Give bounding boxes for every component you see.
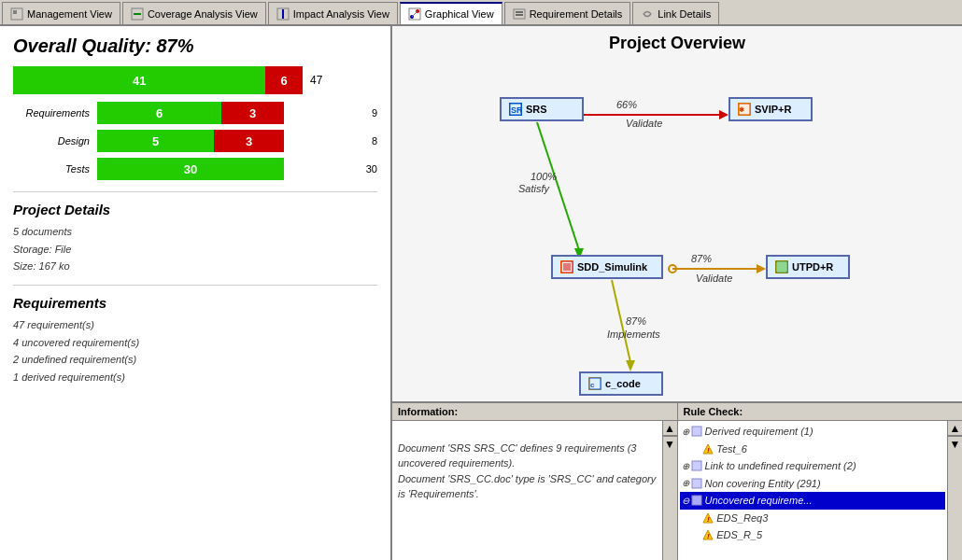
bar-row-tests: Tests 30 30	[13, 158, 377, 180]
node-srs-label: SRS	[526, 104, 547, 115]
bar-req-red: 3	[221, 102, 284, 124]
node-ccode[interactable]: c c_code	[579, 371, 663, 396]
bar-req-total: 9	[372, 107, 377, 119]
test6-label: Test_6	[716, 441, 747, 457]
srs-node-icon: SRS	[509, 103, 522, 116]
svg-rect-41	[692, 427, 701, 436]
svg-text:SRS: SRS	[511, 105, 522, 115]
rule-inner: ⊕ Derived requirement (1) !	[678, 421, 963, 560]
non-cover-icon	[691, 478, 702, 489]
project-details-title: Project Details	[13, 202, 377, 217]
main-bar-row: 41 6 47	[13, 66, 377, 94]
bar-tests-total: 30	[366, 163, 377, 175]
left-panel: Overall Quality: 87% 41 6 47 Requirement…	[0, 26, 392, 560]
svg-text:c: c	[590, 381, 595, 389]
eds-req3-icon: !	[702, 512, 714, 524]
bar-design: 5 3	[97, 130, 364, 152]
node-srs[interactable]: SRS SRS	[500, 97, 584, 121]
svg-text:87%: 87%	[691, 253, 712, 264]
tab-management[interactable]: Management View	[2, 2, 120, 24]
bar-row-requirements: Requirements 6 3 9	[13, 102, 377, 124]
svg-text:66%: 66%	[616, 99, 637, 110]
tab-link[interactable]: Link Details	[632, 2, 719, 24]
bar-label-design: Design	[13, 135, 97, 147]
detail-documents: 5 documents	[13, 223, 377, 241]
derived-icon	[691, 426, 702, 437]
ccode-node-icon: c	[588, 377, 601, 390]
svg-text:87%: 87%	[626, 315, 646, 327]
expand-non-cover[interactable]: ⊕	[682, 476, 689, 490]
graphical-icon	[408, 7, 421, 21]
sdd-node-icon	[560, 260, 573, 273]
tab-graphical[interactable]: Graphical View	[400, 2, 502, 24]
req-derived: 1 derived requirement(s)	[13, 369, 377, 386]
req-total: 47 requirement(s)	[13, 316, 377, 334]
detail-size: Size: 167 ko	[13, 258, 377, 275]
node-svip[interactable]: ✱ SVIP+R	[729, 97, 813, 121]
svg-text:100%: 100%	[531, 171, 557, 182]
tree-item-uncovered[interactable]: ⊖ Uncovered requireme...	[680, 492, 946, 510]
svg-text:Implements: Implements	[607, 329, 660, 340]
link-icon	[641, 7, 654, 21]
tab-link-label: Link Details	[658, 8, 711, 20]
bar-req-green: 6	[97, 102, 221, 124]
tab-coverage-label: Coverage Analysis View	[148, 8, 258, 20]
eds-req3-label: EDS_Req3	[716, 511, 768, 526]
info-panel: Information: Document 'SRS SRS_CC' defin…	[392, 403, 678, 560]
svg-marker-23	[757, 264, 766, 273]
rule-scrollbar[interactable]: ▲ ▼	[947, 421, 962, 560]
tab-impact[interactable]: Impact Analysis View	[268, 2, 398, 24]
tree-item-test6[interactable]: ! Test_6	[680, 441, 946, 458]
bar-tests-green: 30	[97, 158, 284, 180]
node-utpd[interactable]: UTPD+R	[766, 255, 850, 279]
bottom-panels: Information: Document 'SRS SRS_CC' defin…	[392, 401, 962, 560]
overall-quality-label: Overall Quality: 87%	[13, 35, 377, 57]
link-undef-icon	[691, 460, 702, 471]
expand-derived[interactable]: ⊕	[682, 425, 689, 439]
tree-item-eds-req3[interactable]: ! EDS_Req3	[680, 510, 946, 527]
management-icon	[10, 7, 23, 21]
tree-item-derived[interactable]: ⊕ Derived requirement (1)	[680, 423, 946, 441]
rule-scroll-up[interactable]: ▲	[948, 421, 962, 436]
tab-requirement[interactable]: Requirement Details	[504, 2, 631, 24]
req-uncovered: 4 uncovered requirement(s)	[13, 334, 377, 352]
test6-icon: !	[702, 443, 714, 455]
info-text: Document 'SRS SRS_CC' defines 9 requirem…	[398, 442, 656, 500]
graph-title: Project Overview	[392, 26, 962, 57]
svg-text:Validate: Validate	[696, 273, 732, 284]
expand-link-undef[interactable]: ⊕	[682, 459, 689, 473]
eds-r5-label: EDS_R_5	[716, 527, 762, 543]
tree-item-non-cover[interactable]: ⊕ Non covering Entity (291)	[680, 475, 946, 493]
bar-design-total: 8	[372, 135, 377, 147]
divider-2	[13, 285, 377, 286]
main-bar-green: 41	[13, 66, 265, 94]
graph-svg: 66% Validate 100% Satisfy 87% Validate 8…	[392, 26, 962, 401]
expand-uncovered[interactable]: ⊖	[682, 494, 689, 508]
expand-eds-r5	[699, 528, 701, 542]
main-bar-red: 6	[265, 66, 303, 94]
impact-icon	[276, 7, 290, 21]
derived-label: Derived requirement (1)	[705, 424, 813, 440]
rule-scroll-down[interactable]: ▼	[948, 436, 962, 451]
scroll-down[interactable]: ▼	[663, 436, 677, 451]
svg-point-24	[669, 265, 676, 273]
requirements-title: Requirements	[13, 295, 377, 311]
uncovered-label: Uncovered requireme...	[705, 493, 813, 509]
tab-coverage[interactable]: Coverage Analysis View	[122, 2, 266, 24]
info-panel-content[interactable]: Document 'SRS SRS_CC' defines 9 requirem…	[392, 421, 662, 560]
tab-requirement-label: Requirement Details	[530, 8, 623, 20]
node-svip-label: SVIP+R	[755, 104, 791, 115]
tree-item-link-undef[interactable]: ⊕ Link to undefined requirement (2)	[680, 457, 946, 475]
tree-item-eds-r5[interactable]: ! EDS_R_5	[680, 526, 946, 544]
main-content: Overall Quality: 87% 41 6 47 Requirement…	[0, 26, 962, 560]
right-panel: Project Overview 66% Validate 100% Satis…	[392, 26, 962, 560]
svg-rect-45	[692, 479, 701, 488]
node-sdd[interactable]: SDD_Simulink	[551, 255, 663, 279]
svg-text:Validate: Validate	[626, 118, 662, 129]
info-panel-header: Information:	[392, 403, 677, 421]
info-inner: Document 'SRS SRS_CC' defines 9 requirem…	[392, 421, 677, 560]
scroll-up[interactable]: ▲	[663, 421, 677, 436]
svg-text:!: !	[707, 515, 710, 524]
rule-panel-content[interactable]: ⊕ Derived requirement (1) !	[678, 421, 948, 560]
info-scrollbar[interactable]: ▲ ▼	[662, 421, 677, 560]
